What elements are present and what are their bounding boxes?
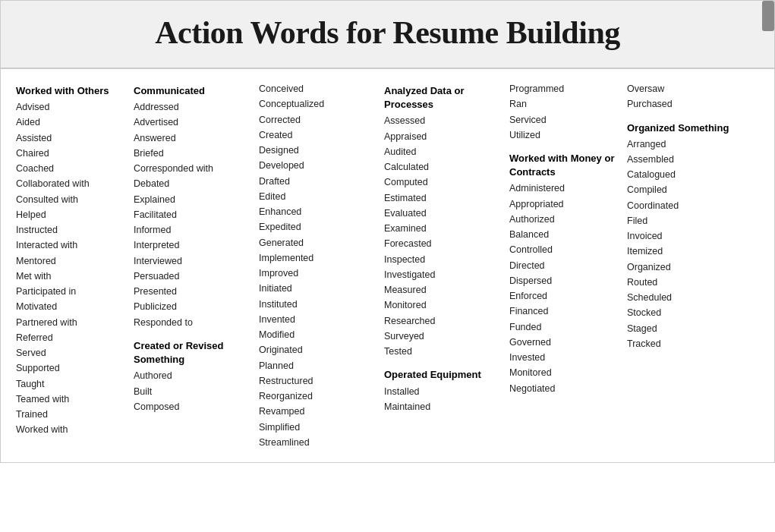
word-item: Originated <box>259 342 372 357</box>
word-item: Created <box>259 127 372 143</box>
word-item: Debated <box>134 176 247 191</box>
word-item: Evaluated <box>384 206 497 221</box>
word-item: Scheduled <box>627 290 732 305</box>
word-item: Administered <box>509 181 615 196</box>
word-item: Programmed <box>509 81 615 96</box>
word-item: Responded to <box>134 315 247 330</box>
word-item: Corrected <box>259 112 372 127</box>
word-item: Designed <box>259 143 372 158</box>
word-item: Dispersed <box>509 273 615 288</box>
word-item: Appraised <box>384 129 497 144</box>
word-item: Authorized <box>509 212 615 227</box>
word-item: Filed <box>627 213 732 228</box>
word-item: Implemented <box>259 250 372 266</box>
word-item: Oversaw <box>627 81 732 96</box>
word-item: Expedited <box>259 219 372 235</box>
word-item: Assembled <box>627 152 732 167</box>
column-col2: CommunicatedAddressedAdvertisedAnsweredB… <box>128 81 253 450</box>
word-item: Installed <box>384 384 497 399</box>
word-item: Mentored <box>16 253 121 269</box>
word-item: Surveyed <box>384 329 497 344</box>
word-item: Computed <box>384 175 497 190</box>
word-item: Generated <box>259 235 372 250</box>
word-item: Persuaded <box>134 269 247 284</box>
word-item: Reorganized <box>259 389 372 404</box>
section-header: Organized Something <box>627 121 732 135</box>
word-item: Appropriated <box>509 197 615 212</box>
word-item: Teamed with <box>16 392 121 407</box>
word-item: Instituted <box>259 297 372 312</box>
word-item: Measured <box>384 282 497 297</box>
word-item: Balanced <box>509 227 615 242</box>
page-wrapper: Action Words for Resume Building Worked … <box>0 0 775 463</box>
word-item: Estimated <box>384 190 497 206</box>
word-item: Advised <box>16 99 121 115</box>
word-item: Interpreted <box>134 238 247 253</box>
word-item: Conceived <box>259 81 372 96</box>
scrollbar[interactable] <box>762 1 774 31</box>
word-item: Invoiced <box>627 228 732 244</box>
word-item: Coached <box>16 161 121 176</box>
word-item: Briefed <box>134 146 247 161</box>
word-item: Controlled <box>509 242 615 257</box>
word-item: Tested <box>384 344 497 359</box>
word-item: Ran <box>509 96 615 112</box>
word-item: Calculated <box>384 159 497 175</box>
section-header: Analyzed Data or Processes <box>384 84 497 112</box>
word-item: Instructed <box>16 222 121 238</box>
word-item: Answered <box>134 131 247 146</box>
word-item: Assisted <box>16 131 121 146</box>
word-item: Partnered with <box>16 315 121 330</box>
word-item: Examined <box>384 221 497 236</box>
word-item: Monitored <box>384 297 497 313</box>
word-item: Revamped <box>259 404 372 419</box>
word-item: Taught <box>16 376 121 392</box>
word-item: Consulted with <box>16 192 121 207</box>
word-item: Inspected <box>384 252 497 267</box>
word-item: Referred <box>16 330 121 345</box>
word-item: Interviewed <box>134 253 247 269</box>
word-item: Funded <box>509 320 615 335</box>
word-item: Publicized <box>134 299 247 314</box>
word-item: Trained <box>16 407 121 422</box>
word-item: Improved <box>259 266 372 281</box>
word-item: Helped <box>16 207 121 222</box>
word-item: Governed <box>509 335 615 350</box>
section-header: Worked with Others <box>16 84 121 98</box>
word-item: Tracked <box>627 336 732 351</box>
word-item: Catalogued <box>627 167 732 182</box>
word-item: Arranged <box>627 137 732 152</box>
word-item: Routed <box>627 275 732 290</box>
section-header: Worked with Money or Contracts <box>509 152 615 179</box>
word-item: Initiated <box>259 281 372 296</box>
column-col5: ProgrammedRanServicedUtilizedWorked with… <box>503 81 621 450</box>
word-item: Negotiated <box>509 381 615 396</box>
section-header: Communicated <box>134 84 247 98</box>
word-item: Serviced <box>509 112 615 127</box>
word-item: Assessed <box>384 113 497 128</box>
word-item: Invested <box>509 350 615 365</box>
word-item: Met with <box>16 269 121 284</box>
word-item: Authored <box>134 368 247 383</box>
word-item: Drafted <box>259 174 372 189</box>
word-item: Facilitated <box>134 207 247 222</box>
word-item: Forecasted <box>384 236 497 251</box>
word-item: Addressed <box>134 99 247 115</box>
word-item: Interacted with <box>16 238 121 253</box>
word-item: Collaborated with <box>16 176 121 191</box>
word-item: Served <box>16 345 121 360</box>
word-item: Informed <box>134 222 247 238</box>
word-item: Directed <box>509 258 615 273</box>
word-item: Chaired <box>16 146 121 161</box>
word-item: Compiled <box>627 182 732 197</box>
word-item: Researched <box>384 313 497 329</box>
word-item: Presented <box>134 284 247 299</box>
word-item: Developed <box>259 158 372 173</box>
word-item: Corresponded with <box>134 161 247 176</box>
word-item: Supported <box>16 360 121 376</box>
word-item: Worked with <box>16 422 121 437</box>
word-item: Planned <box>259 358 372 373</box>
word-item: Itemized <box>627 244 732 259</box>
word-item: Invented <box>259 312 372 327</box>
content-area: Worked with OthersAdvisedAidedAssistedCh… <box>1 69 774 462</box>
